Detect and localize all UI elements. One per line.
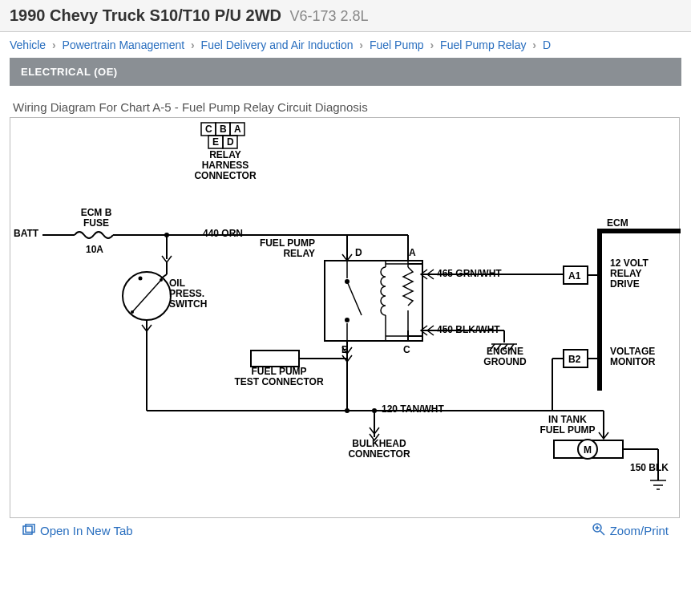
label-pin-b: B [341, 345, 349, 355]
label-pin-d: D [355, 248, 362, 258]
svg-point-16 [160, 278, 163, 282]
vehicle-model: 1990 Chevy Truck S10/T10 P/U 2WD [10, 6, 281, 24]
breadcrumb-last[interactable]: D [543, 38, 551, 51]
label-ecm-b-fuse: ECM B FUSE [68, 208, 124, 229]
label-120: 120 TAN/WHT [382, 404, 444, 415]
svg-text:C: C [205, 124, 212, 135]
page-header: 1990 Chevy Truck S10/T10 P/U 2WD V6-173 … [0, 0, 691, 32]
svg-point-26 [345, 318, 350, 322]
chevron-right-icon: › [532, 38, 536, 51]
svg-text:E: E [212, 136, 219, 148]
chevron-right-icon: › [191, 38, 195, 51]
label-engine-ground: ENGINE GROUND [477, 346, 533, 367]
svg-line-78 [600, 531, 604, 535]
label-voltage-monitor: VOLTAGE MONITOR [610, 346, 655, 367]
svg-rect-76 [26, 525, 34, 533]
label-ecm: ECM [607, 218, 628, 229]
breadcrumb-fuel-delivery[interactable]: Fuel Delivery and Air Induction [201, 38, 354, 51]
svg-rect-51 [251, 351, 299, 367]
svg-rect-66 [597, 229, 681, 233]
breadcrumb-powertrain[interactable]: Powertrain Management [63, 38, 185, 51]
zoom-print-link[interactable]: Zoom/Print [592, 523, 669, 538]
label-150-blk: 150 BLK [630, 463, 669, 473]
svg-point-17 [131, 310, 134, 314]
label-465: 465 GRN/WHT [437, 269, 502, 279]
ecm-pin-b2: B2 [568, 354, 581, 365]
label-relay-harness: RELAY HARNESS CONNECTOR [185, 150, 265, 182]
wiring-diagram: BATT ECM B FUSE 10A 440 ORN RELAY HARNES… [10, 117, 680, 518]
breadcrumb-fuel-pump[interactable]: Fuel Pump [370, 38, 424, 51]
svg-text:A: A [234, 124, 241, 135]
svg-rect-65 [597, 230, 602, 391]
breadcrumb-fuel-pump-relay[interactable]: Fuel Pump Relay [440, 38, 526, 51]
breadcrumb: Vehicle › Powertrain Management › Fuel D… [0, 32, 691, 58]
svg-point-18 [139, 277, 143, 281]
label-batt: BATT [14, 229, 38, 239]
new-tab-icon [22, 524, 35, 537]
magnifier-icon [592, 523, 605, 538]
svg-text:B: B [220, 124, 227, 135]
label-relay-drive: 12 VOLT RELAY DRIVE [610, 258, 649, 290]
label-440-orn: 440 ORN [203, 229, 243, 239]
label-10a: 10A [86, 245, 103, 255]
motor-m: M [584, 444, 592, 456]
chevron-right-icon: › [52, 38, 56, 51]
chevron-right-icon: › [359, 38, 363, 51]
label-fuel-pump-relay: FUEL PUMP RELAY [243, 238, 315, 259]
diagram-title: Wiring Diagram For Chart A-5 - Fuel Pump… [10, 100, 681, 114]
svg-line-20 [161, 274, 167, 278]
label-pin-c: C [403, 345, 410, 355]
label-fp-test-conn: FUEL PUMP TEST CONNECTOR [227, 367, 331, 387]
vehicle-engine: V6-173 2.8L [290, 8, 369, 24]
label-oil-press: OIL PRESS. SWITCH [169, 278, 207, 310]
svg-rect-75 [23, 526, 32, 534]
chevron-right-icon: › [430, 38, 434, 51]
label-450: 450 BLK/WHT [437, 325, 500, 335]
open-new-tab-link[interactable]: Open In New Tab [22, 523, 133, 538]
label-pin-a: A [409, 248, 416, 258]
label-in-tank-pump: IN TANK FUEL PUMP [531, 415, 604, 436]
breadcrumb-vehicle[interactable]: Vehicle [10, 38, 46, 51]
ecm-pin-a1: A1 [568, 270, 581, 282]
svg-text:D: D [227, 136, 234, 148]
section-heading: ELECTRICAL (OE) [10, 58, 681, 86]
svg-point-54 [345, 408, 350, 413]
label-bulkhead: BULKHEAD CONNECTOR [335, 439, 423, 460]
diagram-footer: Open In New Tab Zoom/Print [10, 518, 681, 548]
